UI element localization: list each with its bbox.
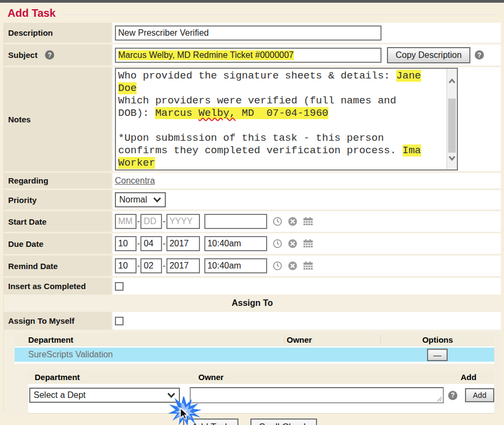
add-task-window: Add Task Description Subject ? Marcus We… — [0, 0, 504, 425]
notes-segment: Welby, — [198, 107, 235, 119]
notes-segment: Who provided the signature sheets & deta… — [118, 70, 396, 82]
due-day-input[interactable] — [140, 236, 162, 251]
add-header-owner: Owner — [196, 372, 461, 382]
description-input[interactable] — [115, 25, 382, 41]
insert-completed-label: Insert as Completed — [4, 278, 112, 295]
copy-description-button[interactable]: Copy Description — [387, 47, 470, 63]
remove-assignment-button[interactable]: — — [427, 349, 448, 361]
notes-segment: Which providers were verified (full name… — [118, 95, 396, 107]
start-year-input[interactable] — [166, 214, 200, 229]
notes-scrollbar[interactable] — [447, 69, 457, 169]
remind-calendar-icon[interactable] — [303, 261, 313, 271]
title-row: Add Task — [0, 3, 504, 22]
remind-day-input[interactable] — [140, 258, 162, 273]
priority-select[interactable]: Normal — [115, 192, 166, 207]
priority-row: Priority Normal — [4, 190, 501, 210]
add-assignment-table: Department Owner Add Select a Dept ? Add — [28, 370, 494, 414]
notes-segment: Jane — [396, 70, 421, 82]
add-task-form: Description Subject ? Marcus Welby, MD R… — [3, 23, 501, 414]
subject-input[interactable]: Marcus Welby, MD Redmine Ticket #0000007 — [115, 48, 382, 63]
assign-myself-checkbox[interactable] — [115, 317, 124, 325]
notes-row: Notes Who provided the signature sheets … — [4, 67, 501, 171]
remind-time-input[interactable] — [204, 258, 267, 273]
assign-to-header: Assign To — [4, 296, 501, 310]
notes-segment: MD 07-04-1960 — [236, 107, 328, 119]
start-month-input[interactable] — [115, 214, 137, 229]
assignments-header-owner: Owner — [284, 335, 380, 344]
due-year-input[interactable] — [166, 236, 200, 251]
subject-label: Subject — [8, 50, 37, 60]
start-clock-icon[interactable] — [273, 217, 282, 226]
assignments-header-options: Options — [380, 335, 494, 344]
due-date-row: Due Date - - — [4, 233, 501, 254]
form-actions: Add Task Spell Check — [0, 414, 504, 425]
remind-date-row: Remind Date - - — [4, 256, 501, 276]
scroll-down-icon[interactable] — [448, 153, 456, 162]
assignments-header: Department Owner Options — [15, 333, 494, 346]
assignment-row[interactable]: SureScripts Validation — — [15, 348, 494, 362]
regarding-label: Regarding — [4, 173, 112, 188]
subject-row: Subject ? Marcus Welby, MD Redmine Ticke… — [4, 44, 501, 66]
remind-month-input[interactable] — [115, 258, 137, 273]
description-row: Description — [4, 23, 501, 43]
subject-copy-help-icon[interactable]: ? — [475, 50, 484, 60]
insert-completed-checkbox[interactable] — [115, 282, 124, 291]
assignments-header-department: Department — [15, 335, 284, 344]
remind-clear-icon[interactable] — [288, 261, 298, 271]
spell-check-button[interactable]: Spell Check — [250, 419, 317, 425]
notes-label: Notes — [4, 67, 112, 171]
remind-clock-icon[interactable] — [273, 261, 282, 271]
date-dash: - — [163, 217, 165, 226]
start-day-input[interactable] — [140, 214, 162, 229]
title-divider — [61, 14, 499, 15]
assign-myself-row: Assign To Myself — [4, 312, 501, 330]
add-header-department: Department — [28, 372, 196, 382]
add-assignment-header: Department Owner Add — [28, 370, 494, 384]
subject-help-icon[interactable]: ? — [45, 50, 54, 60]
priority-value: Normal — [119, 195, 147, 205]
due-month-input[interactable] — [115, 236, 137, 251]
assign-myself-label: Assign To Myself — [4, 312, 112, 330]
start-calendar-icon[interactable] — [303, 217, 313, 226]
notes-segment: *Upon submission of this task - this per… — [118, 132, 384, 144]
notes-segment: Doe — [118, 82, 137, 94]
due-clock-icon[interactable] — [273, 239, 282, 249]
start-time-input[interactable] — [204, 214, 267, 229]
owner-help-icon[interactable]: ? — [448, 391, 457, 400]
notes-textarea[interactable]: Who provided the signature sheets & deta… — [115, 68, 458, 171]
due-time-input[interactable] — [204, 236, 267, 251]
due-date-label: Due Date — [4, 233, 112, 254]
add-assignment-controls: Select a Dept ? Add — [28, 387, 494, 403]
date-dash: - — [137, 239, 140, 249]
add-assignment-button[interactable]: Add — [465, 388, 494, 402]
description-label: Description — [4, 23, 112, 43]
remind-date-label: Remind Date — [4, 256, 112, 276]
department-select-value: Select a Dept — [34, 390, 86, 400]
notes-segment: Ima — [403, 145, 421, 156]
notes-segment: DOB): — [118, 107, 155, 119]
start-clear-icon[interactable] — [288, 217, 298, 226]
add-task-button[interactable]: Add Task — [183, 419, 238, 425]
date-dash: - — [163, 261, 165, 271]
add-header-add: Add — [461, 372, 494, 382]
start-date-row: Start Date - - — [4, 211, 501, 232]
notes-segment: confirms they completed verification pro… — [118, 145, 403, 156]
subject-value: Marcus Welby, MD Redmine Ticket #0000007 — [118, 50, 294, 60]
remind-year-input[interactable] — [166, 258, 200, 273]
resize-grip-icon[interactable] — [437, 396, 442, 402]
date-dash: - — [163, 239, 165, 249]
regarding-link[interactable]: Concentra — [115, 176, 155, 186]
owner-input[interactable] — [190, 387, 444, 403]
department-select[interactable]: Select a Dept — [29, 388, 180, 403]
due-clear-icon[interactable] — [288, 239, 298, 249]
regarding-row: Regarding Concentra — [4, 173, 501, 188]
scrollbar-thumb[interactable] — [448, 99, 456, 153]
priority-label: Priority — [4, 190, 112, 210]
page-title: Add Task — [8, 7, 56, 19]
scroll-up-icon[interactable] — [448, 77, 456, 86]
due-calendar-icon[interactable] — [303, 239, 313, 249]
date-dash: - — [137, 217, 140, 226]
notes-segment: Marcus — [155, 107, 198, 119]
subject-label-cell: Subject ? — [4, 44, 112, 66]
notes-content: Who provided the signature sheets & deta… — [116, 69, 447, 169]
